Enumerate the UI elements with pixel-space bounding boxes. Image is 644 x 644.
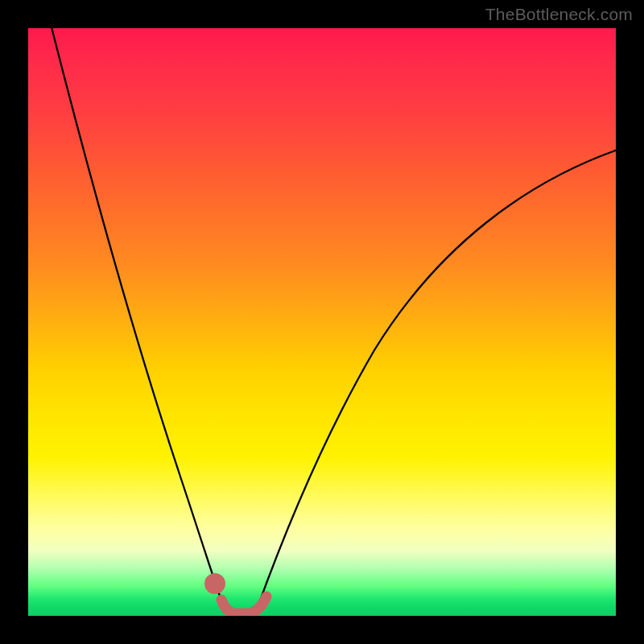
- curve-right-branch: [257, 149, 616, 609]
- bottleneck-curve: [51, 28, 616, 609]
- chart-frame: TheBottleneck.com: [0, 0, 644, 644]
- marker-dot-icon: [210, 579, 221, 589]
- watermark-text: TheBottleneck.com: [485, 5, 633, 24]
- curves-svg: [28, 28, 616, 616]
- plot-area: [28, 28, 616, 616]
- valley-markers: [210, 579, 267, 614]
- curve-left-branch: [51, 28, 225, 609]
- marker-u-segment: [221, 597, 266, 613]
